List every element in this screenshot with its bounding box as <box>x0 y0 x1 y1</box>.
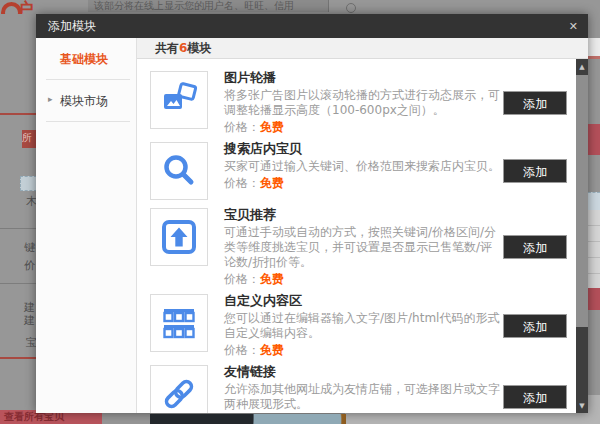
module-price: 价格：免费 <box>224 343 503 357</box>
module-title: 友情链接 <box>224 365 503 379</box>
background-red-tag: 所 <box>22 130 36 148</box>
scroll-down-button[interactable]: ▼ <box>576 400 588 413</box>
price-label: 价格： <box>224 120 260 134</box>
price-value: 免费 <box>260 272 284 286</box>
add-module-button[interactable]: 添加 <box>503 385 567 409</box>
module-description: 可通过手动或自动的方式，按照关键词/价格区间/分类等维度挑选宝贝，并可设置是否显… <box>224 225 503 270</box>
arrow-up-square-icon <box>150 208 208 266</box>
image-carousel-icon <box>150 71 208 129</box>
module-row: 搜索店内宝贝 买家可通过输入关键词、价格范围来搜索店内宝贝。 价格：免费 添加 <box>150 142 570 200</box>
module-description: 将多张广告图片以滚动轮播的方式进行动态展示，可调整轮播显示高度（100-600p… <box>224 88 503 118</box>
price-label: 价格： <box>224 272 260 286</box>
module-count-header: 共有6模块 <box>137 38 588 59</box>
module-row: 自定义内容区 您可以通过在编辑器输入文字/图片/html代码的形式自定义编辑内容… <box>150 294 570 357</box>
background-right-redline <box>588 56 600 59</box>
module-list-wrapper: 图片轮播 将多张广告图片以滚动轮播的方式进行动态展示，可调整轮播显示高度（100… <box>137 59 588 413</box>
background-red-line <box>0 113 36 115</box>
search-icon <box>150 142 208 200</box>
price-value: 免费 <box>260 343 284 357</box>
add-module-button[interactable]: 添加 <box>503 314 567 338</box>
background-right-redblock <box>588 124 600 155</box>
module-price: 价格：免费 <box>224 272 503 286</box>
background-text-fragment: 建 <box>24 315 35 327</box>
add-module-button[interactable]: 添加 <box>503 91 567 115</box>
background-right-rows <box>588 210 600 288</box>
scrollbar[interactable]: ▲ ▼ <box>576 59 588 413</box>
dialog-body: 基础模块 ▸ 模块市场 共有6模块 图片轮播 将多张广告图片以滚动轮播的方式进行… <box>36 38 588 413</box>
grid-content-icon <box>150 294 208 352</box>
background-right-redblock <box>588 288 600 310</box>
module-description: 允许添加其他网址成为友情店铺，可选择图片或文字两种展现形式。 <box>224 382 503 412</box>
logo-glyph: 户 <box>17 0 34 14</box>
module-price: 价格：免费 <box>224 176 503 190</box>
sidebar-item-label: 模块市场 <box>60 94 108 108</box>
price-value: 免费 <box>260 120 284 134</box>
module-list: 图片轮播 将多张广告图片以滚动轮播的方式进行动态展示，可调整轮播显示高度（100… <box>137 59 576 413</box>
background-bottom-area <box>345 413 600 424</box>
module-row: 友情链接 允许添加其他网址成为友情店铺，可选择图片或文字两种展现形式。 价格：免… <box>150 365 570 413</box>
scroll-up-button[interactable]: ▲ <box>576 59 588 75</box>
sidebar-item-label: 基础模块 <box>60 52 108 66</box>
background-red-line <box>0 357 36 359</box>
background-text-fragment: 价 <box>24 260 35 272</box>
background-divider <box>328 0 329 12</box>
sidebar-divider <box>46 121 130 122</box>
count-suffix: 模块 <box>187 41 211 55</box>
sidebar-item-module-market[interactable]: ▸ 模块市场 <box>36 80 136 121</box>
background-line <box>0 228 36 229</box>
background-shop-logo: 户 <box>0 0 36 14</box>
price-value: 免费 <box>260 176 284 190</box>
module-title: 自定义内容区 <box>224 294 503 308</box>
background-text-fragment: 键 <box>24 242 35 254</box>
dialog-titlebar: 添加模块 ✕ <box>36 14 588 38</box>
module-title: 宝贝推荐 <box>224 208 503 222</box>
background-line <box>0 283 36 284</box>
module-title: 搜索店内宝贝 <box>224 142 503 156</box>
price-label: 价格： <box>224 343 260 357</box>
background-radio-icon <box>346 3 356 13</box>
dialog-sidebar: 基础模块 ▸ 模块市场 <box>36 38 137 413</box>
close-icon[interactable]: ✕ <box>559 20 588 33</box>
link-chain-icon <box>150 365 208 413</box>
background-banner-image <box>150 414 346 424</box>
module-title: 图片轮播 <box>224 71 503 85</box>
module-row: 宝贝推荐 可通过手动或自动的方式，按照关键词/价格区间/分类等维度挑选宝贝，并可… <box>150 208 570 286</box>
background-text-fragment: 建 <box>24 302 35 314</box>
sidebar-item-basic-modules[interactable]: 基础模块 <box>36 38 136 79</box>
screen: 户 该部分将在线上显示您的用户名、旺旺、信用 所 木 键 价 建 建 宝 查看所… <box>0 0 600 424</box>
chevron-right-icon: ▸ <box>48 94 53 104</box>
module-description: 买家可通过输入关键词、价格范围来搜索店内宝贝。 <box>224 159 503 174</box>
add-module-button[interactable]: 添加 <box>503 235 567 259</box>
background-right-strip <box>588 38 600 56</box>
background-hint-text: 该部分将在线上显示您的用户名、旺旺、信用 <box>88 0 328 12</box>
background-right-dashed <box>588 192 600 211</box>
count-prefix: 共有 <box>155 41 179 55</box>
module-row: 图片轮播 将多张广告图片以滚动轮播的方式进行动态展示，可调整轮播显示高度（100… <box>150 71 570 134</box>
background-dashed-box <box>20 176 37 191</box>
dialog-title: 添加模块 <box>36 18 96 35</box>
add-module-dialog: 添加模块 ✕ 基础模块 ▸ 模块市场 共有6模块 <box>36 14 588 413</box>
dialog-content: 共有6模块 图片轮播 将多张广告图片以滚动轮播的方式进行动态展示，可调整轮播显示… <box>137 38 588 413</box>
price-label: 价格： <box>224 176 260 190</box>
add-module-button[interactable]: 添加 <box>503 159 567 183</box>
background-right-bottom <box>588 395 600 424</box>
module-price: 价格：免费 <box>224 120 503 134</box>
module-description: 您可以通过在编辑器输入文字/图片/html代码的形式自定义编辑内容。 <box>224 311 503 341</box>
